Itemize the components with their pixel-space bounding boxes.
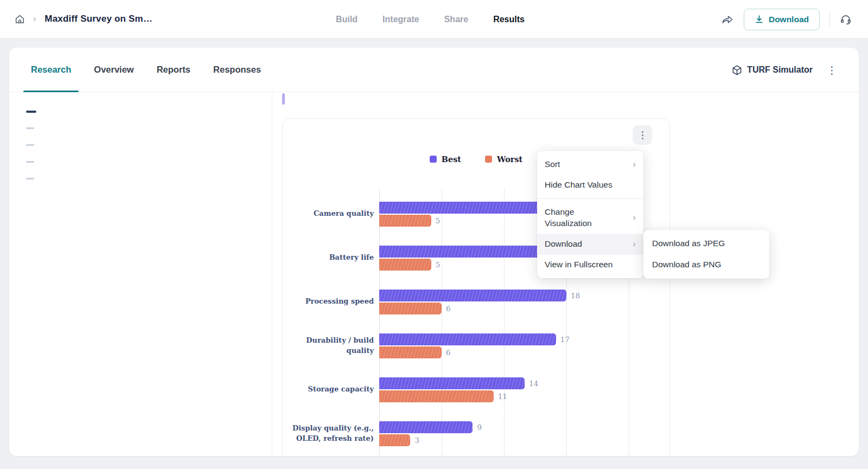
topbar-actions: Download (721, 0, 852, 38)
chart-options-button[interactable] (633, 125, 652, 145)
sidebar-item-5[interactable] (26, 178, 34, 179)
top-bar: › Maxdiff Survey on Sm… BuildIntegrateSh… (0, 0, 868, 38)
category-label-durability-build-quality: Durability / build quality (283, 336, 379, 356)
bars-durability-build-quality: 176 (379, 333, 639, 358)
submenu-chevron-icon: › (633, 211, 636, 224)
tab-responses[interactable]: Responses (213, 48, 261, 92)
chart-row-processing-speed: Processing speed186 (283, 280, 669, 324)
download-button[interactable]: Download (744, 9, 820, 30)
results-kebab-button[interactable]: ⋮ (827, 65, 837, 75)
support-button[interactable] (840, 14, 852, 25)
survey-title: Maxdiff Survey on Sm… (44, 14, 152, 24)
bar-worst-display-quality-e-g-oled-refresh-rate: 3 (379, 434, 410, 446)
submenu-item-download-as-jpeg[interactable]: Download as JPEG (643, 233, 769, 254)
menu-item-view-in-fullscreen[interactable]: View in Fullscreen (537, 255, 643, 275)
menu-item-download[interactable]: Download› (537, 234, 643, 255)
kebab-dot (642, 131, 643, 133)
legend-item-best[interactable]: Best (430, 155, 461, 164)
value-label-worst-camera-quality: 5 (436, 216, 441, 225)
breadcrumb-chevron-icon: › (33, 14, 36, 24)
bars-display-quality-e-g-oled-refresh-rate: 93 (379, 421, 639, 446)
topbar-tab-integrate[interactable]: Integrate (382, 15, 419, 24)
question-list-pane (9, 92, 272, 456)
topbar-tabs: BuildIntegrateShareResults (336, 0, 525, 38)
bar-worst-camera-quality: 5 (379, 215, 431, 227)
sidebar-item-4[interactable] (26, 161, 34, 163)
legend-swatch-worst (485, 156, 492, 163)
category-label-processing-speed: Processing speed (283, 297, 379, 307)
value-label-worst-durability-build-quality: 6 (446, 348, 451, 357)
menu-item-change-visualization[interactable]: Change Visualization› (537, 202, 643, 234)
value-label-worst-storage-capacity: 11 (498, 392, 507, 401)
chart-row-storage-capacity: Storage capacity1411 (283, 368, 669, 412)
submenu-item-label-download-as-png: Download as PNG (652, 259, 722, 271)
value-label-best-display-quality-e-g-oled-refresh-rate: 9 (477, 423, 482, 432)
menu-item-label-view-in-fullscreen: View in Fullscreen (545, 259, 613, 271)
menu-item-label-download: Download (545, 239, 582, 250)
turf-simulator-label: TURF Simulator (747, 65, 813, 75)
download-submenu: Download as JPEGDownload as PNG (643, 230, 769, 279)
category-label-display-quality-e-g-oled-refresh-rate: Display quality (e.g., OLED, refresh rat… (283, 423, 379, 444)
category-label-battery-life: Battery life (283, 253, 379, 263)
legend-label-worst: Worst (497, 155, 522, 164)
tab-reports[interactable]: Reports (157, 48, 190, 92)
bar-best-durability-build-quality: 17 (379, 333, 556, 345)
bar-best-display-quality-e-g-oled-refresh-rate: 9 (379, 421, 473, 433)
value-label-best-storage-capacity: 14 (529, 379, 538, 388)
bar-worst-processing-speed: 6 (379, 303, 442, 314)
topbar-tab-share[interactable]: Share (444, 15, 468, 24)
bar-best-storage-capacity: 14 (379, 377, 525, 389)
submenu-item-label-download-as-jpeg: Download as JPEG (652, 238, 725, 249)
home-button[interactable] (14, 14, 25, 25)
chart-row-durability-build-quality: Durability / build quality176 (283, 324, 669, 368)
menu-item-label-change-visualization: Change Visualization (545, 207, 614, 229)
legend-item-worst[interactable]: Worst (485, 155, 522, 164)
legend-label-best: Best (442, 155, 461, 164)
results-header-actions: TURF Simulator ⋮ (731, 48, 837, 92)
menu-item-label-sort: Sort (545, 159, 560, 170)
results-tab-bar: ResearchOverviewReportsResponses TURF Si… (9, 48, 859, 92)
chart-scrollbar-thumb[interactable] (282, 93, 285, 105)
turf-simulator-button[interactable]: TURF Simulator (731, 65, 813, 76)
share-forward-button[interactable] (721, 14, 734, 25)
share-forward-icon (721, 14, 734, 25)
value-label-best-durability-build-quality: 17 (560, 335, 570, 344)
menu-item-label-hide-chart-values: Hide Chart Values (545, 179, 612, 191)
category-label-camera-quality: Camera quality (283, 209, 379, 219)
home-icon (14, 14, 25, 25)
menu-item-sort[interactable]: Sort› (537, 154, 643, 175)
breadcrumb: › Maxdiff Survey on Sm… (0, 14, 304, 25)
cube-icon (731, 65, 743, 76)
submenu-chevron-icon: › (633, 238, 636, 250)
headset-icon (840, 14, 852, 25)
bar-worst-storage-capacity: 11 (379, 390, 494, 402)
value-label-best-processing-speed: 18 (571, 291, 580, 300)
value-label-worst-display-quality-e-g-oled-refresh-rate: 3 (414, 436, 419, 445)
bars-storage-capacity: 1411 (379, 377, 639, 402)
download-icon (755, 15, 764, 24)
kebab-dot (642, 138, 643, 139)
menu-divider (537, 198, 643, 199)
sidebar-item-2[interactable] (26, 127, 34, 129)
value-label-worst-processing-speed: 6 (446, 304, 451, 313)
menu-item-hide-chart-values[interactable]: Hide Chart Values (537, 175, 643, 195)
value-label-worst-battery-life: 5 (436, 260, 441, 269)
kebab-dot (642, 134, 643, 136)
topbar-divider (829, 11, 830, 28)
sidebar-item-1[interactable] (26, 111, 36, 113)
topbar-tab-results[interactable]: Results (493, 15, 525, 24)
bar-best-processing-speed: 18 (379, 290, 566, 301)
results-tabs: ResearchOverviewReportsResponses (31, 48, 284, 92)
chart-context-menu: Sort›Hide Chart ValuesChange Visualizati… (537, 151, 643, 278)
tab-overview[interactable]: Overview (94, 48, 133, 92)
topbar-tab-build[interactable]: Build (336, 15, 358, 24)
bar-worst-durability-build-quality: 6 (379, 346, 442, 358)
submenu-chevron-icon: › (633, 158, 636, 171)
sidebar-item-3[interactable] (26, 144, 34, 146)
category-label-storage-capacity: Storage capacity (283, 384, 379, 395)
legend-swatch-best (430, 156, 437, 163)
chart-row-display-quality-e-g-oled-refresh-rate: Display quality (e.g., OLED, refresh rat… (283, 412, 669, 455)
tab-research[interactable]: Research (31, 48, 71, 92)
bars-processing-speed: 186 (379, 290, 639, 314)
submenu-item-download-as-png[interactable]: Download as PNG (643, 254, 769, 275)
